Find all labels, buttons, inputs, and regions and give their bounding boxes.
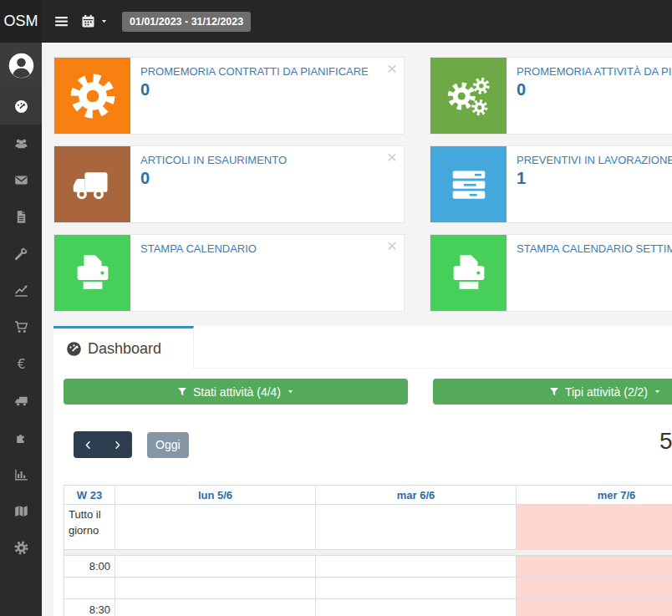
widget-title-link[interactable]: PROMEMORIA CONTRATTI DA PIANIFICARE xyxy=(140,65,369,78)
printer-icon xyxy=(445,250,492,297)
widget-title-link[interactable]: ARTICOLI IN ESAURIMENTO xyxy=(140,154,287,166)
euro-icon xyxy=(14,357,28,371)
calendar-toolbar: Oggi xyxy=(74,431,672,458)
today-button[interactable]: Oggi xyxy=(147,432,189,458)
dashboard-panel: Dashboard Stati attività (4/4) Tipi atti… xyxy=(53,326,672,616)
gauge-icon xyxy=(66,341,82,357)
truck-icon xyxy=(14,394,28,408)
chevron-left-icon xyxy=(83,440,94,451)
widget-value: 0 xyxy=(140,80,369,99)
sidebar-item-documents[interactable] xyxy=(0,198,42,235)
sidebar-item-statistics[interactable] xyxy=(0,456,42,492)
document-icon xyxy=(14,210,28,224)
widget-title-link[interactable]: STAMPA CALENDARIO SETTIMAN xyxy=(517,242,672,255)
puzzle-icon xyxy=(14,430,28,445)
sidebar-item-finance[interactable] xyxy=(0,345,42,382)
day-header: lun 5/6 xyxy=(115,486,316,505)
widget-grid: PROMEMORIA CONTRATTI DA PIANIFICARE 0 × … xyxy=(53,57,672,312)
time-slot-row: 8:30 xyxy=(64,599,672,616)
sidebar-item-shop[interactable] xyxy=(0,308,42,345)
caret-down-icon xyxy=(654,388,661,395)
envelope-icon xyxy=(14,173,28,187)
chart-line-icon xyxy=(14,283,28,298)
sidebar-menu xyxy=(0,88,42,566)
allday-cell[interactable] xyxy=(316,505,517,550)
gears-icon xyxy=(445,73,492,120)
filter-stati-attivita-button[interactable]: Stati attività (4/4) xyxy=(64,379,408,405)
close-icon[interactable]: × xyxy=(387,145,397,168)
top-navbar: OSM 01/01/2023 - 31/12/2023 xyxy=(0,0,672,43)
prev-button[interactable] xyxy=(74,431,103,458)
filter-icon xyxy=(177,387,187,397)
widget-card: STAMPA CALENDARIO × xyxy=(53,234,405,312)
date-range-picker[interactable]: 01/01/2023 - 31/12/2023 xyxy=(122,12,251,32)
gear-icon xyxy=(14,541,28,555)
filter-row: Stati attività (4/4) Tipi attività (2/2) xyxy=(64,379,672,405)
user-panel xyxy=(0,43,42,88)
server-list-icon xyxy=(445,161,492,208)
sidebar-toggle-button[interactable] xyxy=(54,14,69,28)
tab-dashboard[interactable]: Dashboard xyxy=(53,326,194,369)
time-cell-today[interactable] xyxy=(517,578,672,599)
close-icon[interactable]: × xyxy=(387,234,397,257)
chevron-right-icon xyxy=(112,440,123,451)
widget-value: 1 xyxy=(517,169,672,188)
sidebar-item-shipping[interactable] xyxy=(0,382,42,419)
widget-card: PROMEMORIA CONTRATTI DA PIANIFICARE 0 × xyxy=(53,57,405,135)
filter-icon xyxy=(549,387,559,397)
calendar-nav-group xyxy=(74,431,132,458)
calendar-grid: W 23 lun 5/6 mar 6/6 mer 7/6 Tutto il gi… xyxy=(64,485,672,616)
calendar-header-row: W 23 lun 5/6 mar 6/6 mer 7/6 xyxy=(64,486,672,505)
allday-cell[interactable] xyxy=(115,505,316,550)
map-icon xyxy=(14,504,28,518)
tab-label: Dashboard xyxy=(88,340,161,358)
sidebar-item-tools[interactable] xyxy=(0,235,42,272)
widget-title-link[interactable]: STAMPA CALENDARIO xyxy=(140,242,257,255)
calendar-title: 5 xyxy=(659,428,672,455)
sidebar-item-users[interactable] xyxy=(0,125,42,161)
widget-card: PROMEMORIA ATTIVITÀ DA PIAN 0 × xyxy=(430,57,672,135)
widget-title-link[interactable]: PROMEMORIA ATTIVITÀ DA PIAN xyxy=(517,65,672,78)
time-cell[interactable] xyxy=(316,599,517,616)
sidebar-item-modules[interactable] xyxy=(0,419,42,456)
time-cell-today[interactable] xyxy=(517,556,672,578)
caret-down-icon xyxy=(100,18,108,25)
time-slot-row xyxy=(64,578,672,599)
filter-tipi-attivita-button[interactable]: Tipi attività (2/2) xyxy=(433,379,672,405)
sidebar-item-dashboard[interactable] xyxy=(0,88,42,125)
allday-row: Tutto il giorno xyxy=(64,505,672,550)
day-header: mar 6/6 xyxy=(316,486,517,505)
widget-card: PREVENTIVI IN LAVORAZIONE 1 × xyxy=(430,145,672,223)
calendar-icon xyxy=(81,14,95,28)
users-icon xyxy=(14,136,28,150)
printer-icon xyxy=(69,250,116,297)
time-cell[interactable] xyxy=(115,578,316,599)
time-cell[interactable] xyxy=(316,578,517,599)
widget-value: 0 xyxy=(517,80,672,99)
next-button[interactable] xyxy=(103,431,132,458)
sidebar-item-trends[interactable] xyxy=(0,272,42,308)
sidebar-item-settings[interactable] xyxy=(0,529,42,566)
menu-bars-icon xyxy=(54,14,69,28)
main-content: PROMEMORIA CONTRATTI DA PIANIFICARE 0 × … xyxy=(42,43,672,616)
time-cell[interactable] xyxy=(115,556,316,578)
time-label xyxy=(64,578,115,599)
time-cell-today[interactable] xyxy=(517,599,672,616)
tab-bar: Dashboard xyxy=(53,326,672,369)
wrench-icon xyxy=(14,247,28,261)
time-slot-row: 8:00 xyxy=(64,556,672,578)
sidebar-item-mail[interactable] xyxy=(0,161,42,198)
calendar-dropdown-button[interactable] xyxy=(81,14,108,28)
time-label: 8:00 xyxy=(64,556,115,578)
sidebar xyxy=(0,43,42,616)
time-label: 8:30 xyxy=(64,599,115,616)
calendar-divider xyxy=(64,550,672,556)
sidebar-item-maps[interactable] xyxy=(0,492,42,529)
time-cell[interactable] xyxy=(115,599,316,616)
time-cell[interactable] xyxy=(316,556,517,578)
truck-icon xyxy=(69,161,116,208)
allday-cell-today[interactable] xyxy=(517,505,672,550)
widget-title-link[interactable]: PREVENTIVI IN LAVORAZIONE xyxy=(517,154,672,166)
close-icon[interactable]: × xyxy=(387,57,397,79)
day-header: mer 7/6 xyxy=(517,486,672,505)
